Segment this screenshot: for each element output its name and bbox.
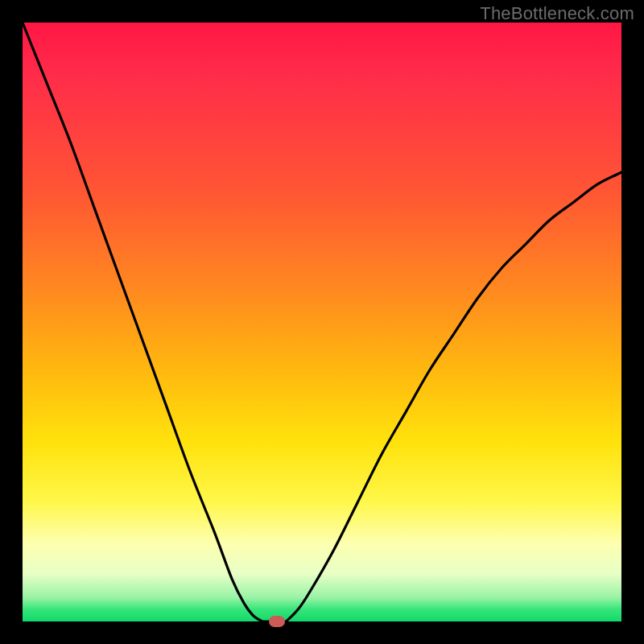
bottleneck-curve (23, 23, 621, 621)
bottleneck-marker (269, 616, 285, 627)
plot-area (23, 23, 621, 621)
watermark-text: TheBottleneck.com (480, 3, 634, 24)
curve-path (23, 23, 621, 622)
chart-frame: TheBottleneck.com (0, 0, 644, 644)
